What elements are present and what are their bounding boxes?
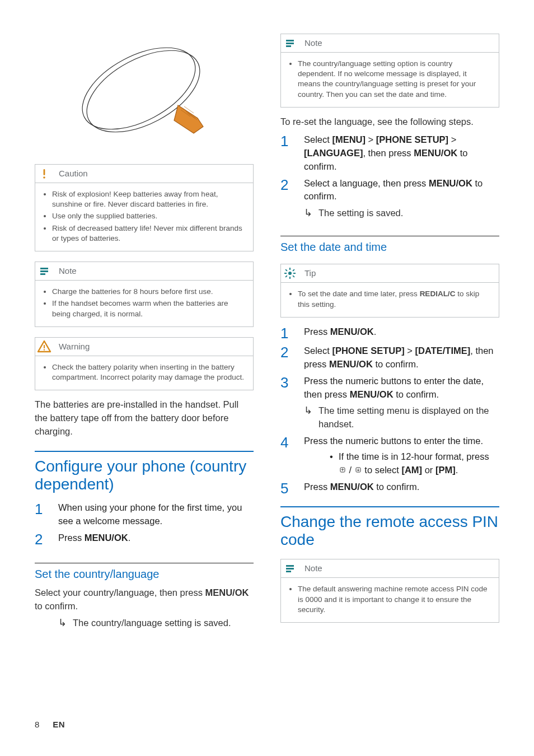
svg-rect-18: [289, 268, 291, 270]
svg-rect-14: [286, 40, 294, 41]
note-item: The default answering machine remote acc…: [298, 584, 491, 615]
note-box: Note The country/language setting option…: [280, 34, 499, 108]
country-lang-text: Select your country/language, then press…: [35, 586, 254, 613]
result-arrow-icon: ↳: [304, 207, 314, 220]
svg-rect-12: [44, 345, 45, 348]
note-box: Note Charge the batteries for 8 hours be…: [35, 262, 254, 327]
step-item: Press MENU/OK.: [280, 325, 499, 341]
note-item: The country/language setting option is c…: [298, 59, 491, 100]
heading-configure-phone: Configure your phone (country dependent): [35, 451, 254, 493]
page-footer: 8 EN: [35, 720, 65, 729]
svg-rect-19: [289, 277, 291, 279]
result-time-menu: ↳ The time setting menu is displayed on …: [304, 404, 499, 431]
step-item: Select [PHONE SETUP] > [DATE/TIME], then…: [280, 344, 499, 371]
tip-icon: [281, 264, 299, 282]
step-item: Press the numeric buttons to enter the d…: [280, 375, 499, 432]
caution-box: Caution Risk of explosion! Keep batterie…: [35, 164, 254, 251]
svg-rect-24: [292, 269, 294, 272]
note-item: Charge the batteries for 8 hours before …: [52, 287, 245, 297]
svg-rect-7: [44, 169, 45, 175]
svg-rect-15: [286, 43, 294, 44]
tip-label: Tip: [305, 268, 316, 279]
caution-item: Use only the supplied batteries.: [52, 211, 245, 221]
note-label: Note: [59, 265, 77, 277]
warning-icon: [35, 338, 53, 356]
svg-point-17: [288, 272, 292, 275]
heading-set-country-language: Set the country/language: [35, 563, 254, 581]
note-item: If the handset becomes warm when the bat…: [52, 298, 245, 319]
step-item: Press MENU/OK.: [35, 531, 254, 547]
note-box: Note The default answering machine remot…: [280, 559, 499, 623]
heading-set-date-time: Set the date and time: [280, 236, 499, 254]
caution-item: Risk of decreased battery life! Never mi…: [52, 223, 245, 244]
down-key-icon: [354, 466, 362, 475]
warning-box: Warning Check the battery polarity when …: [35, 337, 254, 390]
reset-language-text: To re-set the language, see the followin…: [280, 115, 499, 129]
caution-icon: [35, 165, 53, 183]
page-number: 8: [35, 720, 39, 729]
svg-point-8: [43, 176, 45, 179]
result-arrow-icon: ↳: [304, 404, 314, 417]
svg-rect-29: [286, 568, 294, 570]
step-subbullet: If the time is in 12-hour format, press …: [339, 450, 499, 477]
step-item: Press MENU/OK to confirm.: [280, 480, 499, 496]
result-setting-saved: ↳ The setting is saved.: [304, 207, 499, 220]
note-label: Note: [305, 563, 322, 574]
svg-rect-30: [286, 571, 291, 572]
svg-rect-20: [284, 273, 287, 274]
svg-rect-23: [292, 276, 294, 278]
result-arrow-icon: ↳: [58, 617, 68, 629]
svg-rect-22: [285, 269, 287, 272]
svg-rect-16: [286, 45, 291, 47]
warning-label: Warning: [59, 341, 90, 352]
up-key-icon: [339, 466, 346, 475]
heading-change-pin: Change the remote access PIN code: [280, 506, 499, 549]
page-language: EN: [53, 720, 65, 729]
tip-box: Tip To set the date and time later, pres…: [280, 264, 499, 317]
note-label: Note: [305, 38, 322, 49]
svg-rect-25: [285, 276, 287, 278]
note-icon: [281, 34, 299, 52]
tip-item: To set the date and time later, press RE…: [298, 289, 491, 309]
svg-rect-10: [40, 270, 48, 272]
handset-illustration: [35, 34, 254, 154]
note-icon: [281, 559, 299, 577]
svg-rect-9: [40, 268, 48, 269]
step-item: Select a language, then press MENU/OK to…: [280, 177, 499, 221]
step-item: Press the numeric buttons to enter the t…: [280, 435, 499, 477]
svg-point-13: [44, 349, 45, 350]
preinstalled-text: The batteries are pre-installed in the h…: [35, 398, 254, 438]
caution-label: Caution: [59, 168, 88, 179]
svg-rect-28: [286, 565, 294, 567]
caution-item: Risk of explosion! Keep batteries away f…: [52, 189, 245, 209]
result-country-saved: ↳ The country/language setting is saved.: [58, 617, 254, 630]
step-item: When using your phone for the first time…: [35, 501, 254, 528]
svg-rect-11: [40, 273, 45, 275]
note-icon: [35, 262, 53, 280]
svg-rect-21: [293, 273, 296, 274]
step-item: Select [MENU] > [PHONE SETUP] > [LANGUAG…: [280, 133, 499, 174]
warning-item: Check the battery polarity when insertin…: [52, 362, 245, 382]
